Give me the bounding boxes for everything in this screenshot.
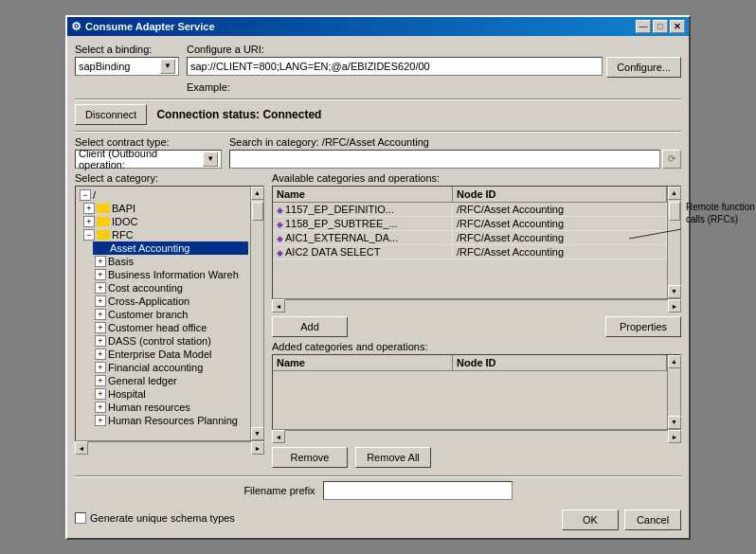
search-go-button[interactable]: ⟳	[662, 150, 681, 169]
expand-icon[interactable]: +	[95, 322, 106, 333]
tree-label: Enterprise Data Model	[108, 348, 211, 360]
expand-icon[interactable]: +	[83, 216, 95, 227]
cancel-button[interactable]: Cancel	[624, 509, 681, 530]
search-input[interactable]	[229, 150, 660, 169]
tree-item-bapi[interactable]: + BAPI	[81, 202, 248, 215]
scroll-thumb[interactable]	[669, 202, 680, 221]
tree-item-root[interactable]: − /	[78, 188, 248, 202]
contract-dropdown-arrow[interactable]: ▼	[203, 152, 218, 167]
available-label: Available categories and operations:	[272, 172, 681, 184]
scroll-left-button[interactable]: ◄	[75, 441, 88, 455]
tree-item-asset-accounting[interactable]: Asset Accounting	[93, 241, 248, 255]
tree-item-hr-planning[interactable]: + Human Resources Planning	[93, 414, 248, 427]
tree-scroll[interactable]: − / + BAPI +	[76, 187, 250, 440]
contract-combo[interactable]: Client (Outbound operation: ▼	[75, 150, 222, 169]
tree-scrollbar-h[interactable]: ◄ ►	[75, 441, 264, 455]
properties-button[interactable]: Properties	[605, 316, 681, 337]
add-button[interactable]: Add	[272, 316, 348, 337]
expand-icon[interactable]: −	[80, 189, 91, 201]
tree-scrollbar-v[interactable]: ▲ ▼	[250, 187, 263, 440]
tree-content: − / + BAPI +	[76, 187, 250, 440]
scroll-track-h[interactable]	[285, 431, 668, 443]
expand-icon[interactable]: +	[95, 362, 106, 373]
callout-line-svg	[629, 220, 724, 258]
expand-icon[interactable]: +	[83, 203, 95, 214]
configure-button[interactable]: Configure...	[606, 57, 681, 78]
expand-icon[interactable]: +	[95, 256, 106, 267]
scroll-down-button[interactable]: ▼	[251, 427, 264, 440]
table-row[interactable]: AIC1_EXTERNAL_DA... /RFC/Asset Accountin…	[273, 231, 667, 245]
name-cell: AIC1_EXTERNAL_DA...	[273, 231, 453, 244]
scroll-up-button[interactable]: ▲	[668, 355, 681, 368]
tree-item-dass[interactable]: + DASS (control station)	[93, 334, 248, 348]
added-scrollbar-v[interactable]: ▲ ▼	[667, 355, 680, 429]
close-button[interactable]: ✕	[670, 20, 685, 33]
expand-icon[interactable]: +	[95, 295, 106, 307]
name-cell: AIC2 DATA SELECT	[273, 245, 453, 259]
scroll-track-h[interactable]	[88, 442, 251, 455]
expand-icon[interactable]: +	[95, 348, 106, 360]
contract-value: Client (Outbound operation:	[79, 148, 203, 170]
example-label: Example:	[187, 81, 681, 93]
tree-item-rfc[interactable]: − RFC	[81, 228, 248, 241]
scroll-left-button[interactable]: ◄	[272, 430, 285, 443]
tree-item-human-resources[interactable]: + Human resources	[93, 401, 248, 414]
scroll-down-button[interactable]: ▼	[668, 416, 681, 429]
expand-icon[interactable]: +	[95, 282, 106, 294]
tree-item-idoc[interactable]: + IDOC	[81, 215, 248, 228]
tree-item-business-info[interactable]: + Business Information Wareh	[93, 268, 248, 281]
remove-all-button[interactable]: Remove All	[355, 447, 431, 468]
scroll-down-button[interactable]: ▼	[668, 285, 681, 298]
expand-icon[interactable]: +	[95, 375, 106, 386]
uri-group: Configure a URI: Configure... Example:	[187, 44, 681, 93]
tree-item-customer-head-office[interactable]: + Customer head office	[93, 321, 248, 334]
title-bar: ⚙ Consume Adapter Service — □ ✕	[67, 17, 689, 36]
minimize-button[interactable]: —	[636, 20, 651, 33]
uri-input[interactable]	[187, 57, 603, 76]
folder-icon	[97, 204, 110, 213]
scroll-up-button[interactable]: ▲	[668, 187, 681, 200]
tree-item-cross-app[interactable]: + Cross-Application	[93, 295, 248, 308]
tree-item-hospital[interactable]: + Hospital	[93, 387, 248, 401]
tree-label: RFC	[112, 229, 134, 241]
table-row[interactable]: 1157_EP_DEFINITIO... /RFC/Asset Accounti…	[273, 203, 667, 217]
scroll-track-h[interactable]	[285, 300, 668, 313]
expand-icon[interactable]: +	[95, 269, 106, 280]
expand-icon[interactable]: +	[95, 402, 106, 413]
expand-icon[interactable]: +	[95, 309, 106, 320]
scroll-left-button[interactable]: ◄	[272, 299, 285, 313]
tree-label: Cost accounting	[108, 282, 183, 294]
scroll-up-button[interactable]: ▲	[251, 187, 264, 200]
tree-label: DASS (control station)	[108, 335, 211, 347]
table-row[interactable]: AIC2 DATA SELECT /RFC/Asset Accounting	[273, 245, 667, 259]
added-label: Added categories and operations:	[272, 341, 681, 352]
disconnect-button[interactable]: Disconnect	[75, 104, 147, 125]
tree-item-financial-accounting[interactable]: + Financial accounting	[93, 361, 248, 374]
tree-item-enterprise-data[interactable]: + Enterprise Data Model	[93, 348, 248, 361]
added-scrollbar-h[interactable]: ◄ ►	[272, 430, 681, 443]
available-table-body[interactable]: 1157_EP_DEFINITIO... /RFC/Asset Accounti…	[273, 203, 667, 259]
ok-button[interactable]: OK	[562, 509, 619, 530]
scroll-right-button[interactable]: ►	[251, 441, 264, 455]
table-row[interactable]: 1158_EP_SUBTREE_... /RFC/Asset Accountin…	[273, 217, 667, 231]
expand-icon[interactable]: +	[95, 415, 106, 426]
remove-button[interactable]: Remove	[272, 447, 348, 468]
search-container: ⟳	[229, 150, 681, 169]
available-scrollbar-h[interactable]: ◄ ►	[272, 299, 681, 313]
tree-item-customer-branch[interactable]: + Customer branch	[93, 308, 248, 321]
scroll-right-button[interactable]: ►	[668, 430, 681, 443]
expand-icon[interactable]: −	[83, 229, 95, 241]
tree-item-cost-accounting[interactable]: + Cost accounting	[93, 281, 248, 295]
binding-dropdown-arrow[interactable]: ▼	[160, 59, 175, 74]
scroll-right-button[interactable]: ►	[668, 299, 681, 313]
tree-item-general-ledger[interactable]: + General ledger	[93, 374, 248, 387]
filename-input[interactable]	[323, 481, 513, 500]
expand-icon[interactable]: +	[95, 388, 106, 400]
binding-combo[interactable]: sapBinding ▼	[75, 57, 179, 76]
right-panel: Available categories and operations: Nam…	[272, 172, 681, 472]
maximize-button[interactable]: □	[653, 20, 668, 33]
expand-icon[interactable]: +	[95, 335, 106, 347]
tree-item-basis[interactable]: + Basis	[93, 255, 248, 268]
scroll-thumb[interactable]	[252, 202, 263, 221]
generate-checkbox[interactable]	[75, 512, 86, 524]
